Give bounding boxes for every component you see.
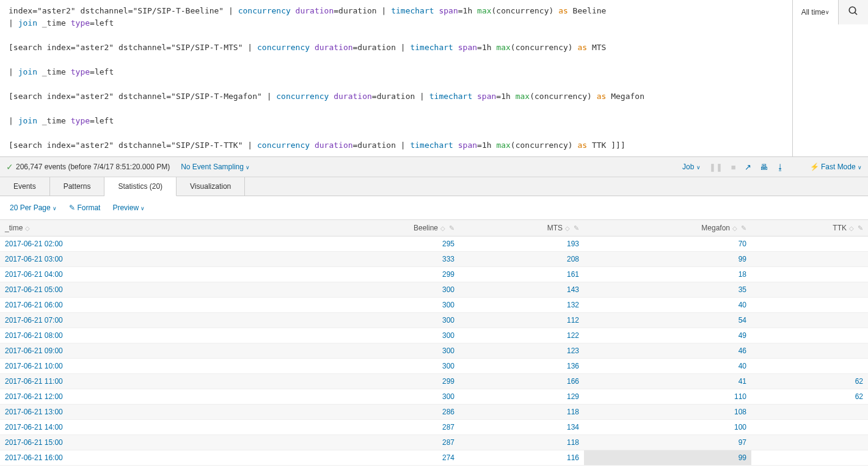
column-header-beeline[interactable]: Beeline◇✎ — [310, 220, 459, 237]
cell-mts[interactable]: 118 — [459, 405, 584, 420]
cell-mts[interactable]: 112 — [459, 313, 584, 328]
cell-time[interactable]: 2017-06-21 12:00 — [0, 389, 310, 405]
cell-ttk[interactable] — [751, 435, 868, 450]
cell-mts[interactable]: 161 — [459, 267, 584, 282]
cell-ttk[interactable] — [751, 328, 868, 343]
cell-ttk[interactable] — [751, 450, 868, 466]
cell-beeline[interactable]: 274 — [310, 450, 459, 466]
cell-time[interactable]: 2017-06-21 05:00 — [0, 282, 310, 298]
cell-beeline[interactable]: 287 — [310, 435, 459, 450]
column-header-mts[interactable]: MTS◇✎ — [459, 220, 584, 237]
cell-time[interactable]: 2017-06-21 15:00 — [0, 435, 310, 450]
cell-ttk[interactable] — [751, 343, 868, 359]
cell-megafon[interactable]: 110 — [584, 389, 751, 405]
preview-dropdown[interactable]: Preview ∨ — [112, 204, 145, 212]
cell-megafon[interactable]: 18 — [584, 267, 751, 282]
cell-megafon[interactable]: 40 — [584, 359, 751, 374]
cell-time[interactable]: 2017-06-21 16:00 — [0, 450, 310, 466]
stop-icon[interactable]: ■ — [731, 163, 736, 172]
pause-icon[interactable]: ❚❚ — [709, 163, 723, 172]
cell-mts[interactable]: 132 — [459, 298, 584, 313]
cell-megafon[interactable]: 35 — [584, 282, 751, 298]
cell-time[interactable]: 2017-06-21 07:00 — [0, 313, 310, 328]
cell-mts[interactable]: 129 — [459, 389, 584, 405]
cell-megafon[interactable]: 46 — [584, 343, 751, 359]
cell-ttk[interactable] — [751, 282, 868, 298]
cell-time[interactable]: 2017-06-21 09:00 — [0, 343, 310, 359]
cell-megafon[interactable]: 40 — [584, 298, 751, 313]
print-icon[interactable]: 🖶 — [760, 163, 768, 172]
cell-ttk[interactable]: 62 — [751, 374, 868, 389]
cell-ttk[interactable] — [751, 237, 868, 252]
cell-ttk[interactable]: 62 — [751, 389, 868, 405]
cell-beeline[interactable]: 300 — [310, 359, 459, 374]
cell-mts[interactable]: 193 — [459, 237, 584, 252]
cell-beeline[interactable]: 300 — [310, 313, 459, 328]
cell-megafon[interactable]: 97 — [584, 435, 751, 450]
cell-megafon[interactable]: 99 — [584, 450, 751, 466]
cell-megafon[interactable]: 70 — [584, 237, 751, 252]
search-mode-dropdown[interactable]: ⚡ Fast Mode ∨ — [810, 163, 862, 171]
cell-ttk[interactable] — [751, 405, 868, 420]
cell-ttk[interactable] — [751, 252, 868, 267]
cell-time[interactable]: 2017-06-21 13:00 — [0, 405, 310, 420]
pencil-icon: ✎ — [69, 204, 77, 212]
cell-ttk[interactable] — [751, 359, 868, 374]
column-header-megafon[interactable]: Megafon◇✎ — [584, 220, 751, 237]
cell-mts[interactable]: 118 — [459, 435, 584, 450]
cell-mts[interactable]: 134 — [459, 420, 584, 435]
cell-time[interactable]: 2017-06-21 11:00 — [0, 374, 310, 389]
cell-mts[interactable]: 166 — [459, 374, 584, 389]
per-page-dropdown[interactable]: 20 Per Page ∨ — [10, 204, 57, 212]
cell-ttk[interactable] — [751, 267, 868, 282]
cell-mts[interactable]: 208 — [459, 252, 584, 267]
cell-beeline[interactable]: 295 — [310, 237, 459, 252]
cell-megafon[interactable]: 100 — [584, 420, 751, 435]
cell-mts[interactable]: 136 — [459, 359, 584, 374]
cell-beeline[interactable]: 300 — [310, 389, 459, 405]
cell-beeline[interactable]: 300 — [310, 282, 459, 298]
download-icon[interactable]: ⭳ — [776, 163, 784, 172]
cell-ttk[interactable] — [751, 313, 868, 328]
share-icon[interactable]: ↗ — [745, 163, 751, 172]
cell-mts[interactable]: 116 — [459, 450, 584, 466]
tab-patterns[interactable]: Patterns — [50, 177, 105, 196]
cell-beeline[interactable]: 299 — [310, 267, 459, 282]
tab-statistics[interactable]: Statistics (20) — [104, 177, 177, 196]
cell-beeline[interactable]: 333 — [310, 252, 459, 267]
search-query-editor[interactable]: index="aster2" dstchannel="SIP/SIP-T-Bee… — [0, 0, 792, 156]
cell-megafon[interactable]: 54 — [584, 313, 751, 328]
event-sampling-dropdown[interactable]: No Event Sampling ∨ — [181, 163, 250, 171]
cell-beeline[interactable]: 300 — [310, 328, 459, 343]
cell-time[interactable]: 2017-06-21 04:00 — [0, 267, 310, 282]
column-header-time[interactable]: _time◇ — [0, 220, 310, 237]
cell-time[interactable]: 2017-06-21 08:00 — [0, 328, 310, 343]
time-range-picker[interactable]: All time ∨ — [793, 0, 839, 24]
cell-beeline[interactable]: 287 — [310, 420, 459, 435]
cell-megafon[interactable]: 41 — [584, 374, 751, 389]
cell-time[interactable]: 2017-06-21 06:00 — [0, 298, 310, 313]
mode-label: Fast Mode — [821, 163, 856, 171]
cell-ttk[interactable] — [751, 298, 868, 313]
cell-time[interactable]: 2017-06-21 10:00 — [0, 359, 310, 374]
cell-beeline[interactable]: 300 — [310, 343, 459, 359]
cell-ttk[interactable] — [751, 420, 868, 435]
cell-megafon[interactable]: 99 — [584, 252, 751, 267]
format-dropdown[interactable]: ✎ Format — [69, 204, 100, 212]
tab-visualization[interactable]: Visualization — [177, 177, 245, 196]
cell-beeline[interactable]: 299 — [310, 374, 459, 389]
tab-events[interactable]: Events — [0, 177, 50, 196]
search-button[interactable] — [839, 0, 868, 24]
job-menu[interactable]: Job ∨ — [682, 163, 701, 171]
column-header-ttk[interactable]: TTK◇✎ — [751, 220, 868, 237]
cell-beeline[interactable]: 300 — [310, 298, 459, 313]
cell-beeline[interactable]: 286 — [310, 405, 459, 420]
cell-mts[interactable]: 143 — [459, 282, 584, 298]
cell-time[interactable]: 2017-06-21 02:00 — [0, 237, 310, 252]
cell-mts[interactable]: 122 — [459, 328, 584, 343]
cell-time[interactable]: 2017-06-21 03:00 — [0, 252, 310, 267]
cell-time[interactable]: 2017-06-21 14:00 — [0, 420, 310, 435]
cell-megafon[interactable]: 108 — [584, 405, 751, 420]
cell-mts[interactable]: 123 — [459, 343, 584, 359]
cell-megafon[interactable]: 49 — [584, 328, 751, 343]
